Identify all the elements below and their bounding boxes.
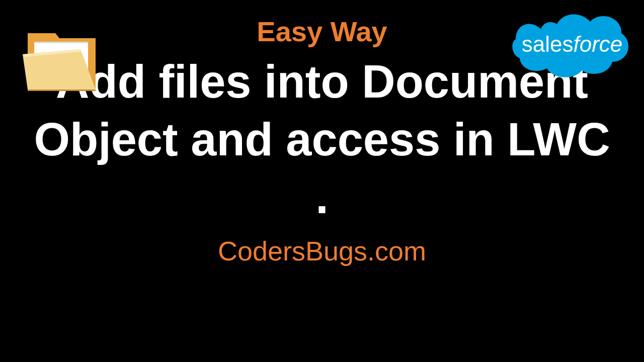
subtitle: Easy Way bbox=[257, 15, 387, 48]
folder-icon bbox=[20, 24, 106, 97]
salesforce-text-part2: force bbox=[573, 32, 622, 56]
salesforce-logo: salesforce bbox=[511, 4, 634, 89]
salesforce-text-part1: sales bbox=[522, 32, 574, 56]
website-name: CodersBugs.com bbox=[218, 235, 426, 266]
svg-text:salesforce: salesforce bbox=[522, 32, 623, 56]
